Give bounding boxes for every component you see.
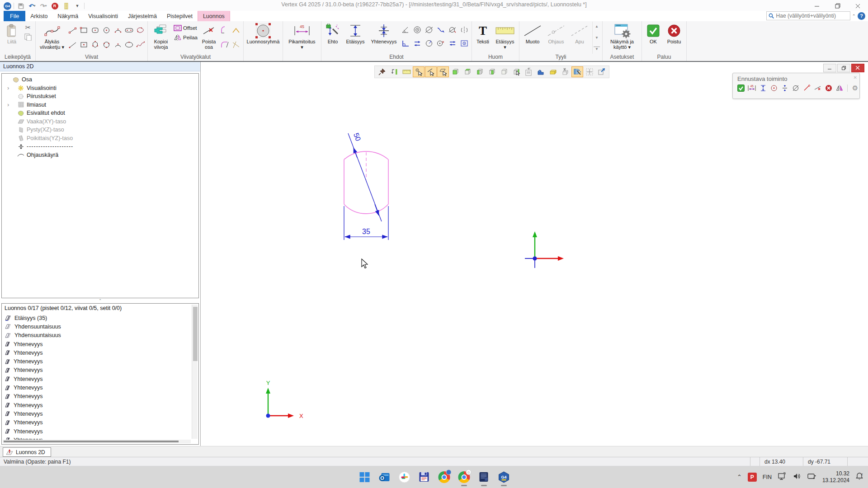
select-face-button[interactable] <box>510 66 522 77</box>
list-item-coincidence[interactable]: Yhtenevyys <box>5 401 198 409</box>
view-right-button[interactable] <box>486 66 498 77</box>
list-item-parallelism[interactable]: Yhdensuuntaisuus <box>5 331 198 340</box>
quick-dimension-button[interactable]: 45 Pikamitoitus ▾ <box>284 22 320 54</box>
tab-nakyma[interactable]: Näkymä <box>52 11 83 21</box>
chevron-right-icon[interactable]: › <box>7 84 9 91</box>
ellipse-tool-button[interactable] <box>123 38 135 52</box>
document-tab-luonnos2d[interactable]: Luonnos 2D <box>3 447 51 457</box>
copy-lines-button[interactable]: Kopioi viivoja <box>149 22 173 54</box>
coincident-constraint-button[interactable]: Yhtenevyys <box>368 22 400 54</box>
predict-vertical-dim-button[interactable] <box>759 84 767 93</box>
slot-tool-button[interactable] <box>123 23 135 37</box>
tree-item-ohjauskayra[interactable]: Ohjauskäyrä <box>2 151 198 160</box>
search-box[interactable] <box>766 11 850 20</box>
list-item-distance[interactable]: Etäisyys (35) <box>5 314 198 322</box>
chrome-profile-icon[interactable]: ☺ <box>458 471 470 483</box>
predict-trim-button[interactable] <box>813 84 822 93</box>
predict-settings-button[interactable]: ⚙ <box>851 84 859 93</box>
arc2-tool-button[interactable] <box>112 38 123 52</box>
select-planes-toggle[interactable] <box>437 66 449 77</box>
circle-3pt-tool-button[interactable] <box>101 38 112 52</box>
tray-app-icon[interactable]: P <box>748 473 757 482</box>
delete-view-button[interactable] <box>559 66 571 77</box>
paste-button[interactable]: Liitä <box>1 22 22 54</box>
panel-splitter[interactable]: ⌃ <box>0 300 200 303</box>
tab-luonnos[interactable]: Luonnos <box>198 11 230 21</box>
sketch-group-button[interactable]: Luonnosryhmä <box>245 22 281 54</box>
save-button[interactable] <box>16 2 25 10</box>
view-front-button[interactable] <box>449 66 461 77</box>
outlook-icon[interactable]: O <box>378 471 391 483</box>
style-shape-button[interactable]: Muoto <box>521 22 544 54</box>
drawer-button[interactable] <box>547 66 559 77</box>
list-item-coincidence[interactable]: Yhtenevyys <box>5 409 198 418</box>
pin-button[interactable] <box>376 66 388 77</box>
tab-file[interactable]: File <box>4 11 25 21</box>
taskbar-clock[interactable]: 10.32 13.12.2024 <box>822 470 849 484</box>
view-left-button[interactable] <box>474 66 486 77</box>
view-iso-button[interactable] <box>498 66 510 77</box>
media-icon[interactable] <box>807 472 816 482</box>
delete-segment-button[interactable]: Poista osa <box>198 22 219 54</box>
predict-symmetric-button[interactable] <box>781 84 789 93</box>
list-item-coincidence[interactable]: Yhtenevyys <box>5 418 198 427</box>
tree-item-ilmiasut[interactable]: › Ilmiasut <box>2 101 198 109</box>
style-guide-button[interactable]: Ohjaus <box>544 22 568 54</box>
tangent2-constraint-button[interactable] <box>447 23 458 37</box>
select-points-toggle[interactable] <box>413 66 425 77</box>
predict-line-button[interactable] <box>802 84 811 93</box>
close-button[interactable] <box>848 0 868 12</box>
freeform-tool-button[interactable] <box>135 23 146 37</box>
vertical-scrollbar[interactable] <box>192 305 198 439</box>
start-button[interactable] <box>359 471 371 483</box>
mirror-button[interactable]: Peilaa <box>173 33 198 41</box>
style-expand-button[interactable]: ▼ <box>594 47 600 51</box>
predict-mirror-button[interactable] <box>835 84 844 93</box>
tree-item-esivalitut-ehdot[interactable]: Esivalitut ehdot <box>2 109 198 117</box>
exit-button[interactable]: Poistu <box>663 22 685 54</box>
scrollbar-thumb[interactable] <box>4 441 179 442</box>
smart-polyline-button[interactable]: Älykäs viivaketju ▾ <box>37 22 67 54</box>
fillet2-button[interactable] <box>219 38 231 52</box>
predict-delete-button[interactable] <box>824 84 833 93</box>
help-button[interactable]: ? <box>858 12 865 20</box>
copy-button[interactable] <box>24 33 32 42</box>
parallel-constraint-button[interactable] <box>411 37 423 50</box>
predict-dimension-button[interactable]: 45 <box>747 84 756 93</box>
list-item-coincidence[interactable]: Yhtenevyys <box>5 427 198 436</box>
doc-close-button[interactable] <box>851 64 864 72</box>
redo-button[interactable]: ↷▾ <box>39 2 48 10</box>
chamfer-button[interactable] <box>231 38 242 52</box>
predict-tangent-button[interactable] <box>792 84 800 93</box>
perpendicular-constraint-button[interactable] <box>400 37 411 50</box>
tab-visualisointi[interactable]: Visualisointi <box>83 11 123 21</box>
style-scroll-up-button[interactable]: ▲ <box>594 24 600 28</box>
select-lines-toggle[interactable] <box>425 66 437 77</box>
drawing-canvas[interactable]: 50 35 Y X <box>201 62 868 446</box>
doc-minimize-button[interactable] <box>823 64 836 72</box>
tangent-constraint-button[interactable] <box>423 23 435 37</box>
polygon-tool-button[interactable] <box>90 38 101 52</box>
part-3d-button[interactable] <box>535 66 547 77</box>
undo-button[interactable]: ↶▾ <box>28 2 37 10</box>
radius-constraint-button[interactable] <box>423 37 435 50</box>
minimize-button[interactable] <box>807 0 827 12</box>
equal-constraint-button[interactable] <box>447 37 458 50</box>
list-item-coincidence[interactable]: Yhtenevyys <box>5 392 198 401</box>
tree-item-piirustukset[interactable]: Piirustukset <box>2 92 198 101</box>
cut-button[interactable]: ✂ <box>25 23 31 32</box>
tray-expand-chevron[interactable]: ⌃ <box>737 474 742 480</box>
list-item-coincidence[interactable]: Yhtenevyys <box>5 357 198 366</box>
list-item-coincidence[interactable]: Yhtenevyys <box>5 340 198 348</box>
notes-app-icon[interactable] <box>478 471 490 483</box>
tab-jarjestelma[interactable]: Järjestelmä <box>123 11 162 21</box>
style-scroll-down-button[interactable]: ▼ <box>594 36 600 40</box>
rectangle-center-tool-button[interactable] <box>78 38 90 52</box>
line2-tool-button[interactable] <box>67 38 78 52</box>
corner-button[interactable] <box>231 23 242 37</box>
list-item-coincidence[interactable]: Yhtenevyys <box>5 383 198 392</box>
spline-tool-button[interactable] <box>135 38 146 52</box>
list-item-coincidence[interactable]: Yhtenevyys <box>5 375 198 383</box>
view-settings-button[interactable]: Näkymä ja käyttö ▾ <box>604 22 640 54</box>
app-logo-icon[interactable]: G4 <box>4 2 11 10</box>
